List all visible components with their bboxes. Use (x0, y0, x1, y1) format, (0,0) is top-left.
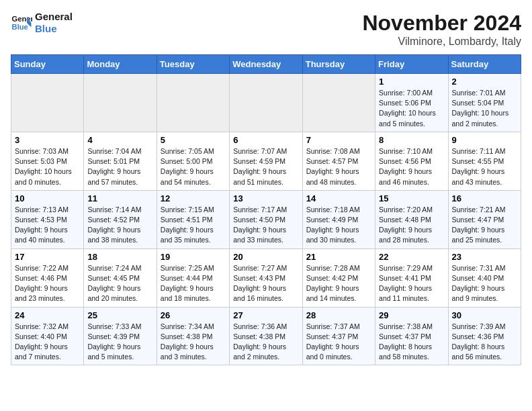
day-info: Sunrise: 7:22 AM Sunset: 4:46 PM Dayligh… (15, 263, 80, 304)
day-info: Sunrise: 7:01 AM Sunset: 5:04 PM Dayligh… (452, 88, 517, 129)
day-info: Sunrise: 7:20 AM Sunset: 4:48 PM Dayligh… (379, 205, 444, 246)
calendar-week-row: 24Sunrise: 7:32 AM Sunset: 4:40 PM Dayli… (11, 307, 521, 365)
day-number: 12 (161, 193, 226, 203)
day-info: Sunrise: 7:25 AM Sunset: 4:44 PM Dayligh… (161, 263, 226, 304)
day-number: 25 (87, 310, 152, 320)
weekday-header-tuesday: Tuesday (157, 55, 229, 74)
weekday-header-thursday: Thursday (302, 55, 375, 74)
day-info: Sunrise: 7:34 AM Sunset: 4:38 PM Dayligh… (161, 322, 226, 363)
day-info: Sunrise: 7:00 AM Sunset: 5:06 PM Dayligh… (379, 88, 444, 129)
day-number: 5 (161, 135, 226, 145)
day-number: 1 (379, 77, 444, 87)
day-info: Sunrise: 7:15 AM Sunset: 4:51 PM Dayligh… (161, 205, 226, 246)
calendar-cell: 19Sunrise: 7:25 AM Sunset: 4:44 PM Dayli… (157, 248, 229, 307)
calendar-cell: 17Sunrise: 7:22 AM Sunset: 4:46 PM Dayli… (11, 248, 84, 307)
day-info: Sunrise: 7:05 AM Sunset: 5:00 PM Dayligh… (161, 146, 226, 187)
calendar-cell (302, 74, 375, 132)
weekday-header-sunday: Sunday (11, 55, 84, 74)
calendar-cell: 3Sunrise: 7:03 AM Sunset: 5:03 PM Daylig… (11, 132, 84, 190)
calendar-cell (84, 74, 157, 132)
logo-icon: General Blue (11, 12, 32, 34)
day-number: 17 (15, 252, 80, 262)
day-info: Sunrise: 7:33 AM Sunset: 4:39 PM Dayligh… (87, 322, 152, 363)
day-number: 21 (306, 252, 371, 262)
calendar-cell: 27Sunrise: 7:36 AM Sunset: 4:38 PM Dayli… (230, 307, 302, 365)
day-number: 6 (233, 135, 298, 145)
calendar-cell: 4Sunrise: 7:04 AM Sunset: 5:01 PM Daylig… (84, 132, 157, 190)
month-title: November 2024 (362, 11, 521, 36)
day-info: Sunrise: 7:11 AM Sunset: 4:55 PM Dayligh… (452, 146, 517, 187)
day-number: 28 (306, 310, 371, 320)
day-info: Sunrise: 7:04 AM Sunset: 5:01 PM Dayligh… (87, 146, 152, 187)
calendar-cell: 9Sunrise: 7:11 AM Sunset: 4:55 PM Daylig… (448, 132, 521, 190)
day-info: Sunrise: 7:32 AM Sunset: 4:40 PM Dayligh… (15, 322, 80, 363)
day-info: Sunrise: 7:14 AM Sunset: 4:52 PM Dayligh… (87, 205, 152, 246)
day-info: Sunrise: 7:13 AM Sunset: 4:53 PM Dayligh… (15, 205, 80, 246)
logo-blue: Blue (35, 23, 73, 35)
day-number: 11 (87, 193, 152, 203)
day-number: 13 (233, 193, 298, 203)
day-info: Sunrise: 7:17 AM Sunset: 4:50 PM Dayligh… (233, 205, 298, 246)
calendar-cell: 14Sunrise: 7:18 AM Sunset: 4:49 PM Dayli… (302, 190, 375, 248)
weekday-header-row: SundayMondayTuesdayWednesdayThursdayFrid… (11, 55, 521, 74)
day-info: Sunrise: 7:08 AM Sunset: 4:57 PM Dayligh… (306, 146, 371, 187)
calendar-cell: 11Sunrise: 7:14 AM Sunset: 4:52 PM Dayli… (84, 190, 157, 248)
calendar-cell: 12Sunrise: 7:15 AM Sunset: 4:51 PM Dayli… (157, 190, 229, 248)
title-area: November 2024 Vilminore, Lombardy, Italy (362, 11, 521, 48)
calendar-week-row: 17Sunrise: 7:22 AM Sunset: 4:46 PM Dayli… (11, 248, 521, 307)
svg-text:Blue: Blue (12, 23, 28, 31)
day-info: Sunrise: 7:31 AM Sunset: 4:40 PM Dayligh… (452, 263, 517, 304)
weekday-header-friday: Friday (375, 55, 448, 74)
calendar-cell: 26Sunrise: 7:34 AM Sunset: 4:38 PM Dayli… (157, 307, 229, 365)
day-number: 3 (15, 135, 80, 145)
calendar-cell: 24Sunrise: 7:32 AM Sunset: 4:40 PM Dayli… (11, 307, 84, 365)
day-number: 26 (161, 310, 226, 320)
day-number: 23 (452, 252, 517, 262)
calendar-cell: 23Sunrise: 7:31 AM Sunset: 4:40 PM Dayli… (448, 248, 521, 307)
calendar-cell: 25Sunrise: 7:33 AM Sunset: 4:39 PM Dayli… (84, 307, 157, 365)
day-number: 20 (233, 252, 298, 262)
calendar-cell: 28Sunrise: 7:37 AM Sunset: 4:37 PM Dayli… (302, 307, 375, 365)
day-number: 19 (161, 252, 226, 262)
calendar-cell: 29Sunrise: 7:38 AM Sunset: 4:37 PM Dayli… (375, 307, 448, 365)
calendar-cell: 10Sunrise: 7:13 AM Sunset: 4:53 PM Dayli… (11, 190, 84, 248)
calendar-week-row: 3Sunrise: 7:03 AM Sunset: 5:03 PM Daylig… (11, 132, 521, 190)
day-number: 27 (233, 310, 298, 320)
day-number: 2 (452, 77, 517, 87)
calendar-cell: 8Sunrise: 7:10 AM Sunset: 4:56 PM Daylig… (375, 132, 448, 190)
calendar-cell: 6Sunrise: 7:07 AM Sunset: 4:59 PM Daylig… (230, 132, 302, 190)
day-number: 8 (379, 135, 444, 145)
calendar-cell (230, 74, 302, 132)
calendar-table: SundayMondayTuesdayWednesdayThursdayFrid… (11, 54, 521, 365)
day-number: 30 (452, 310, 517, 320)
calendar-cell: 13Sunrise: 7:17 AM Sunset: 4:50 PM Dayli… (230, 190, 302, 248)
day-number: 9 (452, 135, 517, 145)
header: General Blue General Blue November 2024 … (11, 11, 521, 48)
day-number: 16 (452, 193, 517, 203)
calendar-cell (11, 74, 84, 132)
calendar-cell: 18Sunrise: 7:24 AM Sunset: 4:45 PM Dayli… (84, 248, 157, 307)
calendar-body: 1Sunrise: 7:00 AM Sunset: 5:06 PM Daylig… (11, 74, 521, 365)
day-info: Sunrise: 7:38 AM Sunset: 4:37 PM Dayligh… (379, 322, 444, 363)
logo-general: General (35, 11, 73, 23)
day-info: Sunrise: 7:37 AM Sunset: 4:37 PM Dayligh… (306, 322, 371, 363)
day-number: 22 (379, 252, 444, 262)
calendar-week-row: 10Sunrise: 7:13 AM Sunset: 4:53 PM Dayli… (11, 190, 521, 248)
calendar-cell: 1Sunrise: 7:00 AM Sunset: 5:06 PM Daylig… (375, 74, 448, 132)
day-info: Sunrise: 7:39 AM Sunset: 4:36 PM Dayligh… (452, 322, 517, 363)
day-number: 18 (87, 252, 152, 262)
calendar-cell: 20Sunrise: 7:27 AM Sunset: 4:43 PM Dayli… (230, 248, 302, 307)
calendar-cell: 21Sunrise: 7:28 AM Sunset: 4:42 PM Dayli… (302, 248, 375, 307)
logo: General Blue General Blue (11, 11, 73, 35)
calendar-cell: 15Sunrise: 7:20 AM Sunset: 4:48 PM Dayli… (375, 190, 448, 248)
calendar-week-row: 1Sunrise: 7:00 AM Sunset: 5:06 PM Daylig… (11, 74, 521, 132)
calendar-cell: 16Sunrise: 7:21 AM Sunset: 4:47 PM Dayli… (448, 190, 521, 248)
day-info: Sunrise: 7:10 AM Sunset: 4:56 PM Dayligh… (379, 146, 444, 187)
day-info: Sunrise: 7:07 AM Sunset: 4:59 PM Dayligh… (233, 146, 298, 187)
day-info: Sunrise: 7:36 AM Sunset: 4:38 PM Dayligh… (233, 322, 298, 363)
day-number: 29 (379, 310, 444, 320)
day-info: Sunrise: 7:03 AM Sunset: 5:03 PM Dayligh… (15, 146, 80, 187)
calendar-cell (157, 74, 229, 132)
calendar-cell: 7Sunrise: 7:08 AM Sunset: 4:57 PM Daylig… (302, 132, 375, 190)
day-info: Sunrise: 7:21 AM Sunset: 4:47 PM Dayligh… (452, 205, 517, 246)
